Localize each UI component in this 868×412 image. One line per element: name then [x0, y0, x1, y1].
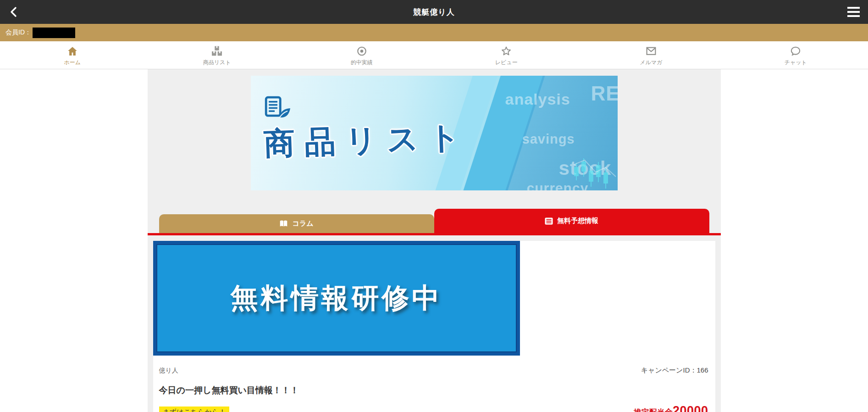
nav-label: 的中実績: [351, 59, 373, 67]
home-icon: [66, 45, 78, 57]
star-icon: [500, 45, 512, 57]
payout-label: 推定配当金: [634, 407, 673, 412]
nav-item-review[interactable]: レビュー: [434, 41, 579, 69]
tab-bar: コラム 無料予想情報: [159, 209, 709, 233]
chat-icon: [790, 45, 802, 57]
tab-free-info[interactable]: 無料予想情報: [434, 209, 709, 233]
nav-item-products[interactable]: 商品リスト: [145, 41, 290, 69]
nav-item-mailmag[interactable]: メルマガ: [579, 41, 724, 69]
main-nav: ホーム 商品リスト 的中実績 レビュー: [0, 41, 868, 69]
mail-icon: [645, 45, 657, 57]
tab-label: コラム: [292, 219, 313, 228]
banner-title: 商品リスト: [263, 116, 470, 165]
banner-bg-word: analysis: [505, 90, 570, 108]
campaign-note-highlight: まずはこちらから！: [159, 406, 230, 412]
app-bar: 競艇億り人: [0, 0, 868, 24]
book-icon: [279, 220, 288, 228]
page-title: 競艇億り人: [0, 7, 868, 17]
hamburger-menu-icon[interactable]: [847, 6, 860, 18]
campaign-card: 無料情報研修中 億り人 キャンペーンID：166 今日の一押し無料買い目情報！！…: [153, 241, 715, 412]
campaign-id: キャンペーンID：166: [641, 366, 708, 375]
nav-item-home[interactable]: ホーム: [0, 41, 145, 69]
member-id-redacted: [33, 28, 75, 38]
products-icon: [211, 45, 223, 57]
nav-item-results[interactable]: 的中実績: [289, 41, 434, 69]
tab-underline: [148, 233, 721, 235]
nav-label: 商品リスト: [203, 59, 231, 67]
tab-label: 無料予想情報: [557, 217, 598, 225]
nav-label: ホーム: [64, 59, 81, 67]
campaign-bottom-row: まずはこちらから！ 推定配当金 20000: [153, 396, 715, 412]
nav-label: レビュー: [495, 59, 518, 67]
tab-column[interactable]: コラム: [159, 214, 434, 233]
nav-label: チャット: [785, 59, 807, 67]
provider-name: 億り人: [159, 367, 178, 375]
campaign-banner-text: 無料情報研修中: [231, 280, 442, 317]
banner-bg-word: REIT: [591, 82, 618, 105]
document-leaf-icon: [265, 96, 291, 120]
candlestick-chart-decoration: [573, 145, 617, 190]
nav-label: メルマガ: [640, 59, 662, 67]
content-column: analysis REIT savings stock currency mar…: [148, 69, 721, 412]
member-id-bar: 会員ID：: [0, 24, 868, 41]
member-id-label: 会員ID：: [6, 28, 31, 37]
campaign-meta-row: 億り人 キャンペーンID：166: [153, 356, 715, 375]
campaign-title: 今日の一押し無料買い目情報！！！: [153, 384, 715, 396]
list-icon: [545, 217, 553, 225]
product-list-banner[interactable]: analysis REIT savings stock currency mar…: [251, 76, 618, 190]
campaign-banner-image[interactable]: 無料情報研修中: [153, 241, 520, 356]
nav-item-chat[interactable]: チャット: [724, 41, 868, 69]
estimated-payout: 推定配当金 20000: [634, 404, 708, 412]
target-icon: [356, 45, 368, 57]
banner-bg-word: savings: [522, 132, 575, 147]
payout-value: 20000: [673, 404, 708, 412]
